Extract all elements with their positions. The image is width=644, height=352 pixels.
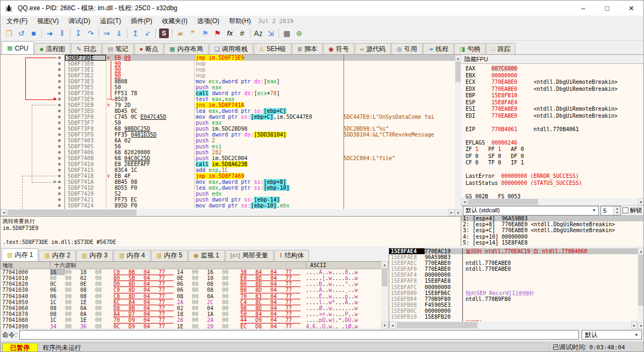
view-tab[interactable]: ⚠SEH链 bbox=[254, 43, 292, 54]
scylla-icon[interactable]: S bbox=[159, 28, 169, 38]
label-icon[interactable]: ⚑ bbox=[199, 27, 211, 39]
disassembly-vscrollbar[interactable]: ▲ ▼ bbox=[455, 55, 461, 216]
close-button[interactable]: ✕ bbox=[619, 1, 643, 16]
disasm-row[interactable]: 5D8F73E6FF51 78call dword ptr ds:[ecx+78… bbox=[1, 90, 455, 96]
view-tab[interactable]: ▤笔记 bbox=[102, 43, 133, 54]
call-argument-row[interactable]: 5: [esp+14] 15E8FAE8 bbox=[461, 240, 644, 246]
unlock-checkbox[interactable]: 解锁 bbox=[622, 206, 643, 214]
breakpoint-dot[interactable] bbox=[58, 157, 61, 160]
stack-row[interactable]: 15E8FAF815E8FAE8 bbox=[389, 278, 638, 284]
registers-hscrollbar[interactable]: ◄ ► bbox=[461, 198, 644, 205]
breakpoint-dot[interactable] bbox=[58, 204, 61, 207]
disasm-row[interactable]: 5D8F7418∨EB 4Fjmp im.5D8F7469 bbox=[1, 173, 455, 179]
menu-item[interactable]: 视图(V) bbox=[32, 16, 63, 27]
stack-vscrollbar[interactable]: ▲ ▼ bbox=[638, 248, 644, 329]
argument-count-stepper[interactable]: 5 ▲▼ bbox=[600, 206, 621, 215]
memory-row[interactable]: 7704106008000A00D88B047702000400988D0477… bbox=[1, 305, 389, 311]
register-line[interactable] bbox=[466, 167, 637, 174]
stack-row[interactable]: 15E8FB0015E8FB6C指向SEH_Record[1]的指针 bbox=[389, 290, 638, 296]
register-line[interactable]: ESP 15E8FAE4 bbox=[466, 99, 637, 106]
disasm-row[interactable]: 5D8F73F750push eax bbox=[1, 120, 455, 126]
register-line[interactable]: ZF 1 PF 1 AF 0 bbox=[466, 146, 637, 153]
spin-down-icon[interactable]: ▼ bbox=[614, 211, 620, 215]
menu-item[interactable]: 收藏夹(I) bbox=[157, 16, 192, 27]
disassembly-hscrollbar[interactable]: ◄ ► bbox=[1, 209, 455, 216]
disasm-row[interactable]: 5D8F73E290nop bbox=[1, 73, 455, 78]
disasm-row[interactable]: 5D8F740668 82020000push 282 bbox=[1, 149, 455, 155]
register-line[interactable]: EDI 770EABE0 <ntdll.DbgUiRemoteBreakin> bbox=[466, 113, 637, 120]
breakpoint-dot[interactable] bbox=[58, 145, 61, 148]
patch-icon[interactable]: ▰ bbox=[174, 27, 187, 39]
run-icon[interactable]: ➜ bbox=[44, 27, 56, 39]
memory-row[interactable]: 770410501C001E006C8404772A002C00C48C0477… bbox=[1, 299, 389, 305]
open-file-icon[interactable]: ❐ bbox=[3, 27, 15, 39]
favourites-icon[interactable]: ⊕ bbox=[293, 27, 305, 39]
call-argument-row[interactable]: 4: [esp+10] 00000000 bbox=[461, 234, 644, 240]
breakpoint-dot[interactable] bbox=[58, 68, 61, 71]
register-line[interactable]: EAX 007C6000 bbox=[466, 66, 637, 73]
memory-row[interactable]: 7704103006000800C08D047706000800B88D0477… bbox=[1, 287, 389, 293]
disasm-row[interactable]: 5D8F741583C4 1Cadd esp,1C bbox=[1, 167, 455, 173]
disasm-row[interactable]: 5D8F741D8D55 F0lea edx,dword ptr ss:[ebp… bbox=[1, 185, 455, 191]
breakpoint-dot[interactable] bbox=[58, 56, 61, 59]
register-line[interactable]: LastError 00000000 (ERROR_SUCCESS) bbox=[466, 173, 637, 180]
memory-row[interactable]: 770410200C000E00D08D047706000800B08D0477… bbox=[1, 281, 389, 287]
stack-row[interactable]: 15E8FB08F45905E3 bbox=[389, 302, 638, 308]
registers-view[interactable]: EAX 007C6000EBX 00000000ECX 770EABE0 <nt… bbox=[461, 64, 644, 198]
dump-tab[interactable]: ◉监视 1 bbox=[188, 250, 225, 261]
disasm-row[interactable]: 5D8F73DE∨EB 09jmp im.5D8F73E9 bbox=[1, 55, 455, 61]
bookmark-icon[interactable]: ⚑ bbox=[211, 27, 224, 39]
disasm-row[interactable]: 5D8F73E090nop bbox=[1, 61, 455, 67]
dump-tab[interactable]: ▥内存 1 bbox=[2, 248, 38, 261]
disasm-row[interactable]: 5D8F7410E8 26EEFAFFcall im.5D8A623B bbox=[1, 161, 455, 167]
stack-view[interactable]: 15E8FAE4770EAC19返回到 ntdll.770EAC19 自 ntd… bbox=[389, 248, 638, 321]
run-to-user-code-icon[interactable]: ⇒ bbox=[101, 27, 113, 39]
memory-row[interactable]: 7704104006000800C88D047708000A0070830477… bbox=[1, 293, 389, 299]
view-tab[interactable]: ➜线程 bbox=[423, 43, 454, 54]
register-line[interactable]: EFLAGS 00000246 bbox=[466, 140, 637, 147]
view-tab[interactable]: ✎日志 bbox=[71, 43, 102, 54]
run-until-return-icon[interactable]: ➶ bbox=[141, 27, 154, 39]
breakpoint-dot[interactable] bbox=[58, 98, 61, 100]
calling-convention-select[interactable]: 默认 (stdcall) ▼ bbox=[463, 206, 599, 215]
register-line[interactable]: EIP 770B4061 ntdll.770B4061 bbox=[466, 126, 637, 133]
disasm-row[interactable]: 5D8F742052push edx bbox=[1, 191, 455, 197]
breakpoint-dot[interactable] bbox=[58, 198, 61, 201]
stack-row[interactable]: 15E8FB04770B9F80ntdll.770B9F80 bbox=[389, 296, 638, 302]
call-argument-row[interactable]: 2: [esp+8] 770EABE0 <ntdll.DbgUiRemoteBr… bbox=[461, 221, 644, 227]
breakpoint-dot[interactable] bbox=[58, 74, 61, 77]
breakpoint-dot[interactable] bbox=[58, 192, 61, 195]
step-until-return-icon[interactable]: ⇓ bbox=[113, 27, 125, 39]
menu-item[interactable]: 帮助(H) bbox=[224, 16, 256, 27]
function-icon[interactable]: fx bbox=[224, 27, 236, 39]
view-tab[interactable]: ▦CPU bbox=[2, 41, 34, 54]
disasm-row[interactable]: 5D8F7424895D F0mov dword ptr ss:[ebp-10]… bbox=[1, 203, 455, 209]
disasm-row[interactable]: 5D8F73E9→85C0test eax,eax bbox=[1, 96, 455, 102]
checkbox-icon[interactable] bbox=[622, 207, 628, 213]
disasm-row[interactable]: 5D8F73F868 98BDC25Dpush im.5DC2BD985DC2B… bbox=[1, 126, 455, 132]
disasm-row[interactable]: 5D8F73ED8D45 0Clea eax,dword ptr ss:[ebp… bbox=[1, 108, 455, 114]
memory-row[interactable]: 77041090340036000CD904771E002000ECD80477… bbox=[1, 324, 389, 328]
stack-row[interactable]: 15E8FB0C00000000 bbox=[389, 308, 638, 314]
menu-item[interactable]: 文件(F) bbox=[2, 16, 32, 27]
memory-vscrollbar[interactable]: ▲ ▼ bbox=[381, 261, 388, 328]
disasm-row[interactable]: 5D8F73E190nop bbox=[1, 67, 455, 73]
stack-row[interactable]: 15E8FAF400000000 bbox=[389, 272, 638, 278]
call-arguments-view[interactable]: 1: [esp+4] 96A59BB32: [esp+8] 770EABE0 <… bbox=[461, 215, 644, 246]
breakpoint-dot[interactable] bbox=[58, 169, 61, 171]
disasm-row[interactable]: 5D8F740556push esi bbox=[1, 143, 455, 149]
breakpoint-dot[interactable] bbox=[58, 151, 61, 154]
breakpoint-dot[interactable] bbox=[58, 181, 61, 183]
breakpoint-dot[interactable] bbox=[58, 163, 61, 166]
menu-item[interactable]: 追踪(T) bbox=[95, 16, 126, 27]
stack-row[interactable]: 15E8FAF0770EABE0ntdll.770EABE0 bbox=[389, 266, 638, 272]
call-argument-row[interactable]: 3: [esp+C] 770EABE0 <ntdll.DbgUiRemoteBr… bbox=[461, 227, 644, 233]
call-argument-row[interactable]: 1: [esp+4] 96A59BB3 bbox=[461, 215, 644, 221]
register-line[interactable]: ESI 770EABE0 <ntdll.DbgUiRemoteBreakin> bbox=[466, 106, 637, 113]
disassembly-view[interactable]: 5D8F73DE∨EB 09jmp im.5D8F73E95D8F73E090n… bbox=[1, 55, 455, 209]
disasm-row[interactable]: 5D8F74036A 02push 2 bbox=[1, 138, 455, 143]
disasm-row[interactable]: 5D8F73E550push eax bbox=[1, 84, 455, 90]
detach-icon[interactable]: ⇲ bbox=[264, 27, 277, 39]
stack-row[interactable]: 15E8FB1015E8FB20 bbox=[389, 314, 638, 320]
stack-hscrollbar[interactable]: ◄ ► bbox=[389, 321, 638, 329]
